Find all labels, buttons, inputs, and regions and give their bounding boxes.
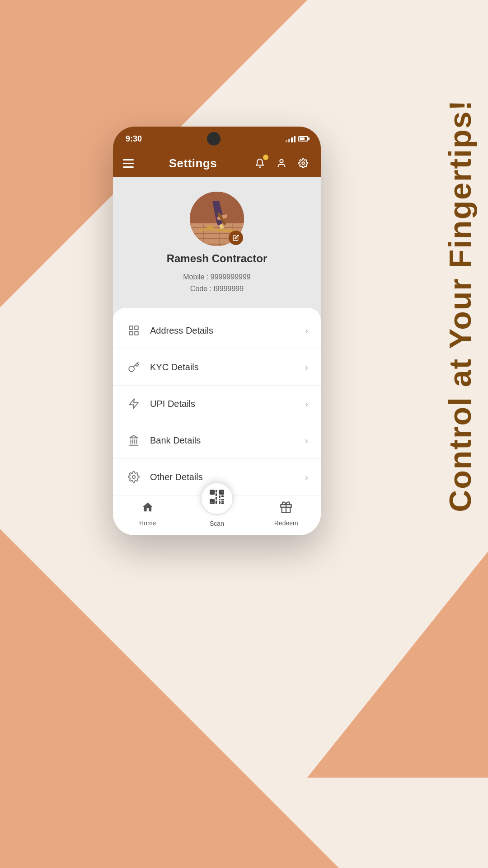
svg-rect-15	[135, 326, 138, 330]
scan-label: Scan	[210, 520, 224, 527]
phone-mockup: 9:30 Settings	[113, 127, 321, 535]
tagline: Control at Your Fingertips!	[445, 99, 475, 512]
notification-button[interactable]	[252, 156, 267, 171]
battery-icon	[298, 136, 308, 142]
phone-screen: 9:30 Settings	[113, 127, 321, 535]
gear-settings-icon	[126, 469, 142, 485]
svg-rect-31	[211, 500, 213, 503]
header-actions	[252, 156, 311, 171]
chevron-right-icon: ›	[305, 435, 308, 446]
menu-item-kyc[interactable]: KYC Details ›	[113, 349, 321, 386]
qr-code-icon	[208, 488, 225, 509]
svg-rect-16	[135, 331, 138, 335]
other-details-label: Other Details	[150, 472, 297, 482]
menu-item-address[interactable]: Address Details ›	[113, 312, 321, 349]
chevron-right-icon: ›	[305, 472, 308, 482]
scan-circle	[200, 482, 234, 515]
profile-icon[interactable]	[274, 156, 289, 171]
redeem-label: Redeem	[274, 519, 298, 527]
nav-scan[interactable]: Scan	[182, 482, 251, 527]
svg-rect-14	[129, 326, 133, 330]
avatar-wrapper	[190, 192, 244, 246]
svg-point-0	[280, 160, 283, 163]
svg-rect-17	[129, 331, 133, 335]
signal-icon	[286, 135, 296, 142]
svg-rect-30	[221, 491, 223, 494]
page-title: Settings	[169, 156, 217, 170]
status-icons	[286, 135, 308, 142]
bank-details-label: Bank Details	[150, 435, 297, 446]
building-icon	[126, 322, 142, 339]
key-icon	[126, 359, 142, 375]
gift-icon	[280, 501, 292, 517]
svg-point-25	[132, 476, 136, 479]
chevron-right-icon: ›	[305, 399, 308, 409]
address-details-label: Address Details	[150, 326, 297, 336]
status-bar: 9:30	[113, 127, 321, 149]
menu-button[interactable]	[123, 159, 134, 168]
edit-avatar-button[interactable]	[229, 231, 243, 245]
kyc-details-label: KYC Details	[150, 362, 297, 373]
home-label: Home	[139, 519, 156, 527]
profile-mobile: Mobile : 9999999999 Code : I9999999	[183, 271, 250, 294]
menu-section: Address Details › KYC Details ›	[113, 308, 321, 535]
profile-section: Ramesh Contractor Mobile : 9999999999 Co…	[113, 177, 321, 312]
status-time: 9:30	[126, 134, 142, 144]
nav-redeem[interactable]: Redeem	[252, 501, 321, 527]
bolt-icon	[126, 396, 142, 412]
menu-item-upi[interactable]: UPI Details ›	[113, 386, 321, 422]
settings-icon[interactable]	[296, 156, 311, 171]
svg-rect-29	[211, 491, 213, 494]
bottom-navigation: Home	[113, 495, 321, 535]
camera-notch	[207, 132, 221, 146]
app-header: Settings	[113, 149, 321, 177]
bank-icon	[126, 432, 142, 448]
notification-badge	[263, 155, 268, 160]
chevron-right-icon: ›	[305, 326, 308, 336]
chevron-right-icon: ›	[305, 362, 308, 373]
upi-details-label: UPI Details	[150, 399, 297, 409]
svg-marker-24	[130, 435, 137, 438]
home-icon	[141, 501, 154, 517]
profile-name: Ramesh Contractor	[167, 252, 267, 265]
menu-item-bank[interactable]: Bank Details ›	[113, 422, 321, 459]
nav-home[interactable]: Home	[113, 501, 182, 527]
svg-point-13	[206, 225, 214, 229]
svg-point-1	[302, 162, 305, 165]
svg-marker-18	[129, 399, 138, 409]
